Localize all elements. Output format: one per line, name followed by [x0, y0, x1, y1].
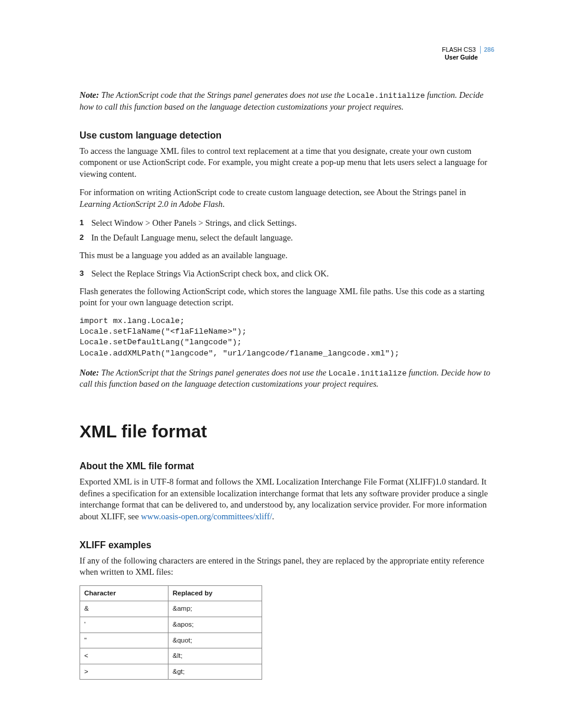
td-char: < — [80, 648, 168, 664]
step-num: 3 — [80, 268, 91, 280]
step-3: 3 Select the Replace Strings Via ActionS… — [80, 268, 495, 280]
td-repl: &gt; — [168, 664, 262, 680]
table-row: " &quot; — [80, 633, 262, 648]
table-row: & &amp; — [80, 601, 262, 617]
step-text: Select Window > Other Panels > Strings, … — [91, 218, 495, 229]
td-repl: &amp; — [168, 601, 262, 617]
p2c: . — [223, 199, 225, 209]
body-p3: This must be a language you added as an … — [80, 250, 495, 262]
note-text-1: The ActionScript that the Strings panel … — [101, 368, 329, 377]
body-p2: For information on writing ActionScript … — [80, 187, 495, 210]
table-row: ' &apos; — [80, 617, 262, 633]
td-repl: &apos; — [168, 617, 262, 633]
step-num: 1 — [80, 218, 91, 229]
td-repl: &quot; — [168, 633, 262, 648]
note-text-1: The ActionScript code that the Strings p… — [101, 90, 347, 100]
body-p4: Flash generates the following ActionScri… — [80, 286, 495, 309]
table-header-row: Character Replaced by — [80, 585, 262, 601]
p2a: For information on writing ActionScript … — [80, 187, 466, 197]
heading-xml-format: XML file format — [80, 420, 495, 444]
heading-custom-lang: Use custom language detection — [80, 129, 495, 142]
xliff-body: If any of the following characters are e… — [80, 555, 495, 578]
heading-xliff-examples: XLIFF examples — [80, 539, 495, 552]
page-number: 286 — [480, 46, 494, 54]
heading-about-xml: About the XML file format — [80, 460, 495, 473]
page-content: Note: The ActionScript code that the Str… — [80, 90, 495, 680]
td-char: > — [80, 664, 168, 680]
note-2: Note: The ActionScript that the Strings … — [80, 367, 495, 390]
td-repl: &lt; — [168, 648, 262, 664]
xliff-link[interactable]: www.oasis-open.org/committees/xliff/ — [141, 512, 272, 521]
th-replaced: Replaced by — [168, 585, 262, 601]
table-row: < &lt; — [80, 648, 262, 664]
steps-group-2: 3 Select the Replace Strings Via ActionS… — [80, 268, 495, 280]
page-header: FLASH CS3 286 User Guide — [442, 46, 494, 61]
entity-table: Character Replaced by & &amp; ' &apos; "… — [80, 585, 262, 680]
td-char: & — [80, 601, 168, 617]
step-text: Select the Replace Strings Via ActionScr… — [91, 268, 495, 280]
body-p1: To access the language XML files to cont… — [80, 146, 495, 180]
code-block: import mx.lang.Locale; Locale.setFlaName… — [80, 316, 495, 359]
note-code: Locale.initialize — [329, 369, 407, 378]
note-code: Locale.initialize — [347, 91, 425, 100]
p2-cite: Learning ActionScript 2.0 in Adobe Flash — [80, 199, 223, 209]
product-name: FLASH CS3 — [442, 46, 475, 53]
note-1: Note: The ActionScript code that the Str… — [80, 90, 495, 113]
table-row: > &gt; — [80, 664, 262, 680]
td-char: ' — [80, 617, 168, 633]
steps-group-1: 1 Select Window > Other Panels > Strings… — [80, 218, 495, 244]
about-xml-tail: . — [272, 512, 275, 521]
step-2: 2 In the Default Language menu, select t… — [80, 232, 495, 244]
step-text: In the Default Language menu, select the… — [91, 232, 495, 244]
about-xml-body: Exported XML is in UTF-8 format and foll… — [80, 476, 495, 522]
step-1: 1 Select Window > Other Panels > Strings… — [80, 218, 495, 229]
note-label: Note: — [80, 90, 99, 100]
step-num: 2 — [80, 232, 91, 244]
td-char: " — [80, 633, 168, 648]
note-label: Note: — [80, 368, 99, 377]
doc-subtitle: User Guide — [442, 54, 494, 61]
th-character: Character — [80, 585, 168, 601]
